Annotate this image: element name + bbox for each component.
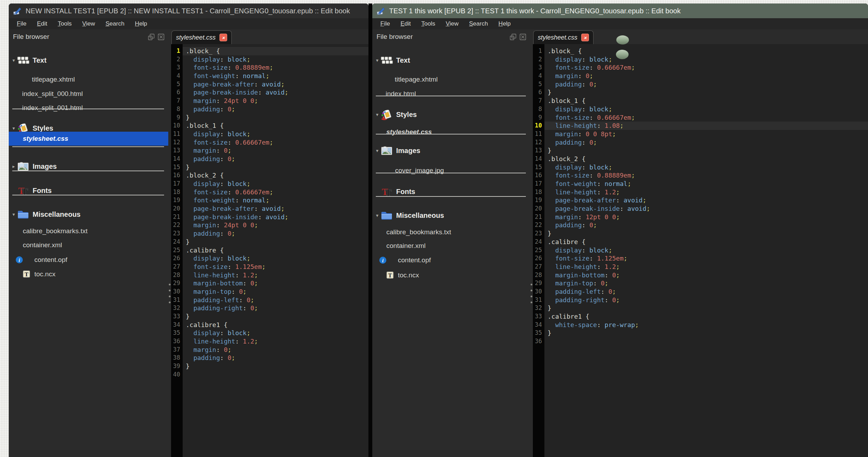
tree-file-container-xml[interactable]: container.xml (372, 239, 530, 253)
tab-close-icon[interactable]: ✕ (581, 34, 589, 41)
menu-view[interactable]: View (77, 20, 100, 27)
undock-panel-icon[interactable] (509, 33, 517, 41)
code-line-1[interactable]: .block_ { (183, 47, 368, 55)
code-line-23[interactable]: } (544, 229, 868, 238)
code-line-8[interactable]: padding: 0; (183, 105, 368, 113)
code-line-17[interactable]: display: block; (183, 180, 368, 188)
close-panel-icon[interactable] (519, 33, 527, 41)
code-content[interactable]: .block_ { display: block; font-size: 0.6… (544, 44, 868, 457)
code-line-25[interactable]: .calibre { (183, 246, 368, 255)
tree-category-fonts[interactable]: TTFonts (9, 184, 168, 198)
code-line-39[interactable]: } (183, 362, 368, 371)
tree-file-stylesheet-css[interactable]: stylesheet.css (9, 132, 168, 146)
tree-file-index-html[interactable]: index.html (372, 87, 530, 101)
code-line-3[interactable]: font-size: 0.88889em; (183, 63, 368, 72)
code-line-38[interactable]: padding: 0; (183, 354, 368, 362)
code-line-10[interactable]: .block_1 { (183, 122, 368, 130)
code-line-25[interactable]: display: block; (544, 246, 868, 255)
code-line-36[interactable] (544, 337, 868, 346)
code-line-24[interactable]: .calibre { (544, 238, 868, 246)
code-line-33[interactable]: } (183, 312, 368, 321)
tree-file-content-opf[interactable]: icontent.opf (372, 253, 530, 267)
titlebar[interactable]: TEST 1 this work [EPUB 2] :: TEST 1 this… (372, 4, 868, 18)
code-line-29[interactable]: margin-bottom: 0; (183, 279, 368, 288)
code-line-1[interactable]: .block_ { (544, 47, 868, 55)
code-line-15[interactable]: } (183, 163, 368, 172)
code-line-27[interactable]: line-height: 1.2; (544, 263, 868, 271)
code-line-28[interactable]: margin-bottom: 0; (544, 271, 868, 279)
tree-category-images[interactable]: ▾Images (372, 144, 530, 158)
panel-splitter[interactable] (168, 29, 171, 457)
code-line-14[interactable]: .block_2 { (544, 155, 868, 163)
menu-edit[interactable]: Edit (32, 20, 52, 27)
menu-file[interactable]: File (12, 20, 32, 27)
tree-file-container-xml[interactable]: container.xml (9, 238, 168, 252)
code-line-18[interactable]: font-size: 0.66667em; (183, 188, 368, 196)
code-line-17[interactable]: font-weight: normal; (544, 180, 868, 188)
tree-category-images[interactable]: ▸Images (9, 159, 168, 173)
menu-tools[interactable]: Tools (416, 20, 441, 27)
code-content[interactable]: .block_ { display: block; font-size: 0.8… (183, 44, 368, 457)
tree-file-calibre-bookmarks-txt[interactable]: calibre_bookmarks.txt (372, 225, 530, 239)
expanded-arrow-icon[interactable]: ▾ (374, 53, 380, 67)
tree-file-cover-image-jpg[interactable]: cover_image.jpg (372, 164, 530, 178)
code-line-2[interactable]: display: block; (183, 55, 368, 64)
expanded-arrow-icon[interactable]: ▾ (374, 144, 380, 158)
code-line-7[interactable]: margin: 24pt 0 0; (183, 97, 368, 105)
code-line-33[interactable]: .calibre1 { (544, 312, 868, 321)
menu-view[interactable]: View (440, 20, 464, 27)
tree-category-miscellaneous[interactable]: ▾Miscellaneous (372, 208, 530, 222)
close-panel-icon[interactable] (157, 33, 165, 41)
code-line-29[interactable]: margin-top: 0; (544, 279, 868, 288)
menu-help[interactable]: Help (493, 20, 516, 27)
tree-file-index-split-000-html[interactable]: index_split_000.html (9, 87, 168, 101)
expanded-arrow-icon[interactable]: ▾ (374, 208, 380, 222)
code-line-24[interactable]: } (183, 238, 368, 246)
code-line-2[interactable]: display: block; (544, 55, 868, 64)
code-line-22[interactable]: padding: 0; (544, 221, 868, 229)
expanded-arrow-icon[interactable]: ▾ (11, 207, 16, 221)
code-line-26[interactable]: font-size: 1.125em; (544, 254, 868, 263)
code-line-28[interactable]: line-height: 1.2; (183, 271, 368, 279)
panel-splitter[interactable] (530, 29, 533, 457)
code-line-20[interactable]: page-break-inside: avoid; (544, 205, 868, 213)
code-line-4[interactable]: font-weight: normal; (183, 72, 368, 80)
code-line-20[interactable]: page-break-after: avoid; (183, 205, 368, 213)
code-line-31[interactable]: padding-right: 0; (544, 296, 868, 304)
tree-file-titlepage-xhtml[interactable]: titlepage.xhtml (372, 72, 530, 86)
tree-category-styles[interactable]: ▾Styles (372, 108, 530, 122)
code-line-32[interactable]: } (544, 304, 868, 312)
code-line-19[interactable]: page-break-after: avoid; (544, 196, 868, 205)
code-line-16[interactable]: .block_2 { (183, 171, 368, 180)
code-line-6[interactable]: } (544, 88, 868, 97)
code-line-8[interactable]: display: block; (544, 105, 868, 113)
titlebar[interactable]: NEW INSTALL TEST1 [EPUB 2] :: NEW INSTAL… (9, 4, 368, 18)
code-line-14[interactable]: padding: 0; (183, 155, 368, 163)
code-line-27[interactable]: font-size: 1.125em; (183, 263, 368, 271)
code-line-12[interactable]: font-size: 0.66667em; (183, 138, 368, 147)
code-line-5[interactable]: padding: 0; (544, 80, 868, 89)
code-line-26[interactable]: display: block; (183, 254, 368, 263)
code-line-11[interactable]: display: block; (183, 130, 368, 138)
code-line-31[interactable]: padding-left: 0; (183, 296, 368, 304)
code-line-4[interactable]: margin: 0; (544, 72, 868, 80)
tab-stylesheet-css[interactable]: stylesheet.css ✕ (171, 30, 232, 44)
tree-file-toc-ncx[interactable]: Ttoc.ncx (372, 268, 530, 282)
code-line-36[interactable]: line-height: 1.2; (183, 337, 368, 346)
menu-tools[interactable]: Tools (53, 20, 77, 27)
tree-category-text[interactable]: ▾Text (9, 53, 168, 67)
menu-search[interactable]: Search (100, 20, 130, 27)
code-line-7[interactable]: .block_1 { (544, 97, 868, 105)
code-line-13[interactable]: } (544, 146, 868, 155)
code-line-11[interactable]: margin: 0 0 8pt; (544, 130, 868, 138)
code-line-5[interactable]: page-break-after: avoid; (183, 80, 368, 89)
code-line-10[interactable]: line-height: 1.08; (544, 122, 868, 130)
menu-edit[interactable]: Edit (395, 20, 416, 27)
code-line-12[interactable]: padding: 0; (544, 138, 868, 147)
code-line-37[interactable]: margin: 0; (183, 346, 368, 354)
code-line-32[interactable]: padding-right: 0; (183, 304, 368, 312)
menu-search[interactable]: Search (464, 20, 493, 27)
code-line-13[interactable]: margin: 0; (183, 146, 368, 155)
tree-file-stylesheet-css[interactable]: stylesheet.css (372, 125, 530, 139)
tree-file-calibre-bookmarks-txt[interactable]: calibre_bookmarks.txt (9, 224, 168, 238)
